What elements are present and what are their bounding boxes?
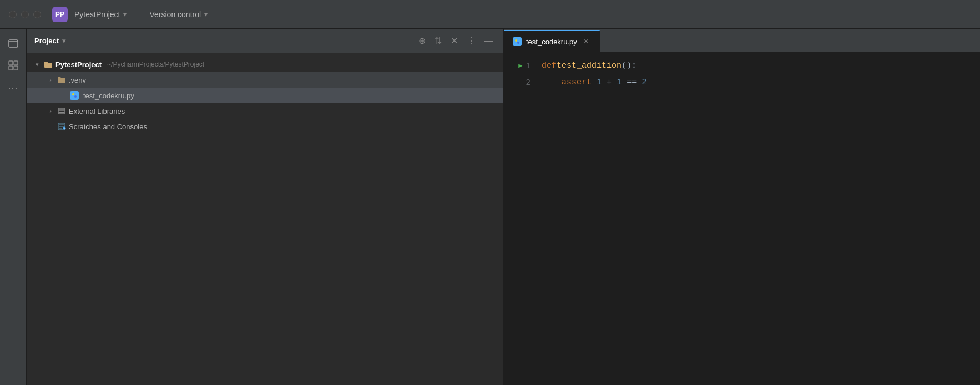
- tree-item-extlibs[interactable]: › External Libraries: [27, 103, 503, 119]
- external-libs-icon: [57, 106, 67, 116]
- line-number-1: ▶ 1: [504, 58, 531, 74]
- version-control-chevron-icon: ▾: [204, 11, 208, 18]
- parens-colon: ():: [622, 58, 637, 74]
- svg-rect-7: [58, 108, 65, 110]
- space-4: [622, 74, 627, 91]
- project-chevron-icon: ▾: [123, 11, 127, 18]
- tree-item-root[interactable]: ▾ PytestProject ~/PycharmProjects/Pytest…: [27, 57, 503, 72]
- editor-area: test_codekru.py ✕ ▶ 1 2 def: [504, 29, 980, 385]
- line-num-2: 2: [526, 74, 531, 91]
- panel-actions: ⊕ ⇅ ✕ ⋮ —: [416, 34, 496, 47]
- version-control-label: Version control: [149, 10, 201, 19]
- panel-title[interactable]: Project ▾: [34, 37, 65, 45]
- scratches-label: Scratches and Consoles: [69, 123, 147, 131]
- tree-item-testfile[interactable]: test_codekru.py: [27, 88, 503, 103]
- svg-point-5: [72, 93, 74, 95]
- maximize-button[interactable]: [33, 11, 41, 18]
- panel-title-chevron-icon: ▾: [62, 37, 65, 45]
- extlibs-chevron-icon: ›: [47, 108, 54, 114]
- project-name-label: PytestProject: [74, 10, 120, 19]
- function-name: test_addition: [557, 58, 622, 74]
- code-line-2: assert 1 + 1 == 2: [537, 74, 980, 91]
- sidebar-item-project[interactable]: [3, 33, 23, 53]
- traffic-lights: [9, 11, 41, 18]
- line-num-1: 1: [526, 58, 531, 74]
- panel-header: Project ▾ ⊕ ⇅ ✕ ⋮ —: [27, 29, 503, 53]
- operator-plus: +: [607, 74, 612, 91]
- more-options-button[interactable]: ⋮: [464, 34, 478, 47]
- main-content: ⋯ Project ▾ ⊕ ⇅ ✕ ⋮ — ▾: [0, 29, 980, 385]
- editor-tabs: test_codekru.py ✕: [504, 29, 980, 53]
- sidebar-item-structure[interactable]: [3, 55, 23, 75]
- root-folder-icon: [43, 59, 53, 69]
- code-editor[interactable]: ▶ 1 2 def test_addition (): as: [504, 53, 980, 385]
- svg-point-17: [517, 42, 519, 44]
- project-tree: ▾ PytestProject ~/PycharmProjects/Pytest…: [27, 53, 503, 138]
- sidebar-icons: ⋯: [0, 29, 27, 385]
- svg-rect-8: [58, 110, 65, 112]
- svg-rect-9: [58, 113, 65, 114]
- svg-rect-1: [9, 61, 13, 65]
- close-button[interactable]: [9, 11, 17, 18]
- venv-label: .venv: [69, 76, 86, 84]
- extlibs-label: External Libraries: [69, 107, 125, 115]
- venv-chevron-icon: ›: [47, 77, 54, 83]
- number-1b: 1: [617, 74, 622, 91]
- indent: [542, 74, 562, 91]
- tab-close-button[interactable]: ✕: [582, 37, 590, 47]
- svg-rect-3: [9, 66, 13, 70]
- run-gutter-icon[interactable]: ▶: [518, 58, 522, 74]
- number-2: 2: [641, 74, 646, 91]
- svg-rect-0: [9, 40, 18, 47]
- minimize-panel-button[interactable]: —: [482, 35, 496, 47]
- titlebar: PP PytestProject ▾ Version control ▾: [0, 0, 980, 29]
- tab-python-icon: [513, 37, 522, 46]
- sidebar-item-more[interactable]: ⋯: [3, 78, 23, 98]
- code-line-1: def test_addition ():: [537, 58, 980, 74]
- tree-item-scratches[interactable]: i Scratches and Consoles: [27, 119, 503, 134]
- space-1: [592, 74, 597, 91]
- root-path: ~/PycharmProjects/PytestProject: [107, 60, 204, 68]
- space-3: [612, 74, 617, 91]
- operator-eq: ==: [627, 74, 637, 91]
- keyword-assert: assert: [562, 74, 592, 91]
- root-label: PytestProject: [55, 60, 102, 69]
- minimize-button[interactable]: [21, 11, 29, 18]
- panel-title-label: Project: [34, 37, 59, 45]
- editor-tab-testfile[interactable]: test_codekru.py ✕: [504, 30, 600, 52]
- line-numbers: ▶ 1 2: [504, 53, 537, 385]
- line-number-2: 2: [504, 74, 531, 91]
- space-2: [602, 74, 607, 91]
- svg-point-6: [74, 95, 77, 98]
- tab-filename: test_codekru.py: [526, 38, 577, 46]
- python-file-icon: [70, 91, 79, 100]
- space-5: [637, 74, 641, 91]
- svg-text:i: i: [64, 127, 64, 130]
- svg-rect-4: [14, 66, 18, 70]
- version-control-selector[interactable]: Version control ▾: [149, 10, 208, 19]
- venv-folder-icon: [57, 75, 67, 85]
- keyword-def: def: [542, 58, 557, 74]
- project-panel: Project ▾ ⊕ ⇅ ✕ ⋮ — ▾ PytestProject: [27, 29, 504, 385]
- testfile-label: test_codekru.py: [83, 92, 134, 100]
- app-icon: PP: [52, 7, 68, 22]
- tree-item-venv[interactable]: › .venv: [27, 72, 503, 88]
- expand-collapse-button[interactable]: ⇅: [432, 34, 444, 47]
- close-panel-button[interactable]: ✕: [448, 34, 460, 47]
- scratches-icon: i: [57, 121, 67, 131]
- root-chevron-icon: ▾: [33, 61, 41, 68]
- code-content: def test_addition (): assert 1 + 1 ==: [537, 53, 980, 385]
- locate-button[interactable]: ⊕: [416, 34, 428, 47]
- project-selector[interactable]: PytestProject ▾: [74, 10, 127, 19]
- number-1a: 1: [597, 74, 602, 91]
- svg-point-16: [515, 39, 517, 42]
- svg-rect-2: [14, 61, 18, 65]
- titlebar-separator: [138, 9, 138, 20]
